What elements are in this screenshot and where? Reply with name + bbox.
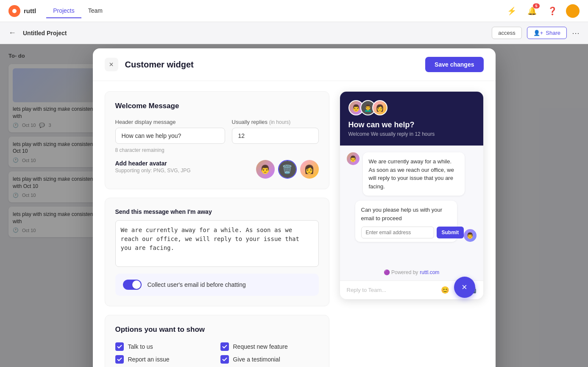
option-talk-to-us: Talk to us xyxy=(115,342,214,351)
nav-team[interactable]: Team xyxy=(81,4,109,18)
checkbox-talk[interactable] xyxy=(115,342,124,351)
help-icon[interactable]: ❓ xyxy=(546,4,559,18)
widget-header: 👨 👨‍🦱 👩 How can we help? Welcome We usua… xyxy=(340,92,483,146)
header-label: Header display message xyxy=(115,119,225,125)
widget-body: 👨 We are currently away for a while. As … xyxy=(340,146,483,264)
char-count: 8 character remaining xyxy=(115,147,319,153)
emoji-icon[interactable]: 😊 xyxy=(441,286,449,294)
user-avatar[interactable] xyxy=(566,4,580,18)
away-textarea[interactable]: We are currently away for a while. As so… xyxy=(115,220,319,267)
top-nav: ruttl Projects Team ⚡ 🔔 5 ❓ xyxy=(0,0,588,22)
widget-preview: 👨 👨‍🦱 👩 How can we help? Welcome We usua… xyxy=(340,91,484,300)
bell-icon[interactable]: 🔔 5 xyxy=(525,4,539,18)
avatar-1[interactable]: 👨 xyxy=(256,160,275,179)
share-icon: 👤+ xyxy=(533,30,543,36)
chat-bubble-away: We are currently away for a while. As so… xyxy=(363,152,465,196)
options-title: Options you want to show xyxy=(115,325,319,334)
email-address-input[interactable] xyxy=(361,227,434,238)
avatar-3[interactable]: 👩 xyxy=(300,160,319,179)
welcome-section: Welcome Message Header display message U… xyxy=(105,91,329,189)
logo-text: ruttl xyxy=(24,7,36,14)
modal-overlay[interactable]: × Customer widget Save changes Welcome M… xyxy=(0,44,588,367)
logo[interactable]: ruttl xyxy=(8,5,36,17)
modal-close-button[interactable]: × xyxy=(105,58,118,71)
avatar-2[interactable]: 🗑️ xyxy=(278,160,297,179)
email-toggle[interactable] xyxy=(123,280,142,290)
nav-projects[interactable]: Projects xyxy=(46,4,81,18)
avatar-sublabel: Supporting only: PNG, SVG, JPG xyxy=(115,168,191,174)
nav-right: ⚡ 🔔 5 ❓ xyxy=(505,4,580,18)
toggle-knob xyxy=(132,280,141,289)
access-button[interactable]: access xyxy=(492,27,521,39)
back-button[interactable]: ← xyxy=(8,28,16,37)
project-title: Untitled Project xyxy=(23,30,67,36)
nav-links: Projects Team xyxy=(46,4,109,18)
notification-badge: 5 xyxy=(533,3,540,8)
form-row-header: Header display message Usually replies (… xyxy=(115,119,319,144)
checkbox-testimonial[interactable] xyxy=(220,355,229,364)
bolt-icon[interactable]: ⚡ xyxy=(505,4,518,18)
header-message-group: Header display message xyxy=(115,119,225,144)
modal-header: × Customer widget Save changes xyxy=(93,48,496,81)
toggle-label: Collect user's email id before chatting xyxy=(148,281,246,288)
chat-message-email: Can you please help us with your email t… xyxy=(347,201,477,242)
options-section: Options you want to show Talk to us xyxy=(105,315,329,367)
widget-subtext: Welcome We usually reply in 12 hours xyxy=(348,131,475,137)
welcome-title: Welcome Message xyxy=(115,102,319,110)
main-area: To- do lets play with sizing make consis… xyxy=(0,44,588,367)
powered-link[interactable]: ruttl.com xyxy=(420,269,439,275)
options-grid: Talk to us Request new feature xyxy=(115,342,319,364)
logo-icon xyxy=(8,5,20,17)
toggle-row: Collect user's email id before chatting xyxy=(115,274,319,296)
checkbox-request[interactable] xyxy=(220,342,229,351)
option-request-feature: Request new feature xyxy=(220,342,319,351)
option-testimonial: Give a testimonial xyxy=(220,355,319,364)
svg-point-0 xyxy=(12,9,17,13)
option-label: Report an issue xyxy=(128,356,170,363)
avatar-section: Add header avatar Supporting only: PNG, … xyxy=(115,160,319,179)
modal-right-panel: 👨 👨‍🦱 👩 How can we help? Welcome We usua… xyxy=(340,91,484,367)
secondary-bar: ← Untitled Project access 👤+ Share ⋯ xyxy=(0,22,588,44)
option-label: Talk to us xyxy=(128,343,153,350)
away-label: Send this message when I'm away xyxy=(115,208,319,215)
avatar-info: Add header avatar Supporting only: PNG, … xyxy=(115,160,191,174)
avatar-label: Add header avatar xyxy=(115,160,191,167)
checkbox-report[interactable] xyxy=(115,355,124,364)
widget-avatars: 👨 👨‍🦱 👩 xyxy=(348,100,475,115)
modal-left-panel: Welcome Message Header display message U… xyxy=(105,91,329,367)
customer-widget-modal: × Customer widget Save changes Welcome M… xyxy=(93,48,496,367)
chat-avatar-1: 👨 xyxy=(347,152,359,165)
chat-bubble-email: Can you please help us with your email t… xyxy=(355,201,457,242)
chat-avatar-2: 👨 xyxy=(464,229,477,242)
widget-avatar-3: 👩 xyxy=(372,100,387,115)
option-report-issue: Report an issue xyxy=(115,355,214,364)
reply-hours-input[interactable] xyxy=(232,128,319,144)
more-button[interactable]: ⋯ xyxy=(572,28,580,38)
modal-body: Welcome Message Header display message U… xyxy=(93,81,496,367)
float-close-button[interactable]: × xyxy=(454,277,475,298)
share-button[interactable]: 👤+ Share xyxy=(527,27,567,39)
reply-label: Usually replies (in hours) xyxy=(232,119,319,125)
header-input[interactable] xyxy=(115,128,225,144)
modal-title: Customer widget xyxy=(125,60,426,70)
reply-placeholder[interactable]: Reply to Team... xyxy=(347,287,441,293)
submit-email-button[interactable]: Submit xyxy=(437,227,464,238)
option-label: Request new feature xyxy=(233,343,288,350)
away-section: Send this message when I'm away We are c… xyxy=(105,198,329,306)
widget-greeting: How can we help? xyxy=(348,120,475,129)
avatar-images: 👨 🗑️ 👩 xyxy=(256,160,319,179)
option-label: Give a testimonial xyxy=(233,356,280,363)
reply-hours-group: Usually replies (in hours) xyxy=(232,119,319,144)
email-input-row: Submit xyxy=(361,227,451,238)
save-changes-button[interactable]: Save changes xyxy=(425,57,483,72)
chat-message-away: 👨 We are currently away for a while. As … xyxy=(347,152,477,196)
secondary-right: access 👤+ Share ⋯ xyxy=(492,27,580,39)
